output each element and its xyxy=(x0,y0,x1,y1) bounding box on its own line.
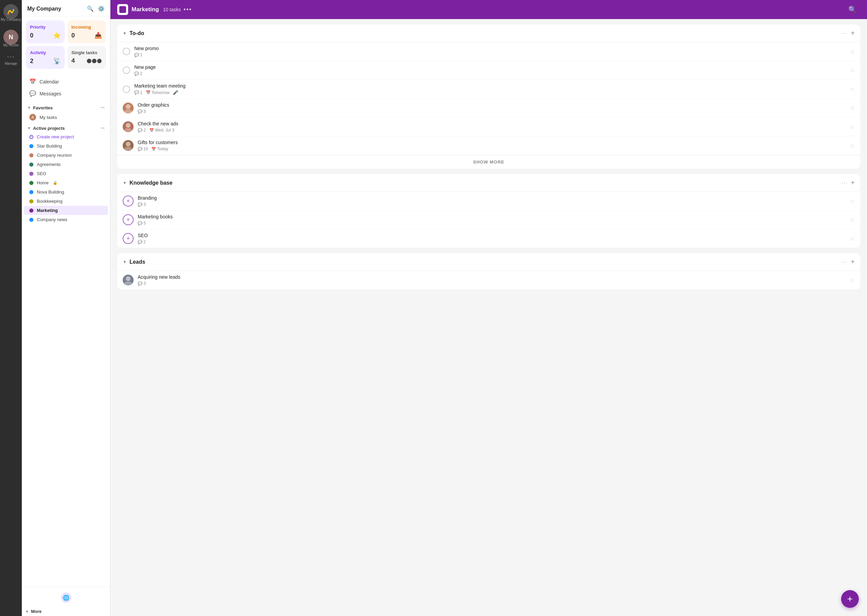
task-meta-branding: 💬 3 xyxy=(138,202,846,207)
task-star-branding[interactable]: ☆ xyxy=(850,198,855,204)
project-label-bookkeeping: Bookkeeping xyxy=(37,199,62,204)
task-checkbox-new-page[interactable] xyxy=(123,66,130,74)
priority-card[interactable]: Priority 0 ⭐ xyxy=(26,20,65,43)
sidebar-item-star-building[interactable]: Star Building xyxy=(24,141,108,151)
task-row-new-promo[interactable]: New promo 💬 1 ☆ xyxy=(117,42,860,61)
section-more-todo[interactable]: ··· xyxy=(842,30,848,36)
manage-button[interactable]: ··· Manage xyxy=(5,52,17,65)
single-tasks-card-count: 4 xyxy=(72,57,75,64)
sidebar-item-nova-building[interactable]: Nova Building xyxy=(24,187,108,196)
app-logo[interactable] xyxy=(3,4,19,19)
create-project-plus-icon: + xyxy=(29,135,33,139)
task-row-seo[interactable]: + SEO 💬 2 ☆ xyxy=(117,229,860,248)
active-projects-chevron[interactable]: ▼ xyxy=(27,126,31,130)
sidebar-nav: 📅 Calendar 💬 Messages xyxy=(22,73,110,102)
section-header-todo: ▼ To-do ··· + xyxy=(117,25,860,42)
task-star-gifts-customers[interactable]: ☆ xyxy=(850,142,855,149)
more-section[interactable]: ▼ More xyxy=(22,607,110,616)
incoming-card[interactable]: Incoming 0 📥 xyxy=(68,20,106,43)
topbar: Marketing 10 tasks ••• 🔍 xyxy=(110,0,867,19)
project-dot-star-building xyxy=(29,144,33,148)
section-collapse-knowledge-base[interactable]: ▼ xyxy=(123,181,127,185)
section-todo: ▼ To-do ··· + New promo 💬 1 ☆ New page 💬… xyxy=(117,25,860,169)
section-add-todo[interactable]: + xyxy=(851,29,855,37)
section-add-leads[interactable]: + xyxy=(851,258,855,266)
task-star-seo[interactable]: ☆ xyxy=(850,236,855,242)
task-checkbox-new-promo[interactable] xyxy=(123,48,130,55)
task-name-order-graphics: Order graphics xyxy=(138,102,846,108)
section-collapse-leads[interactable]: ▼ xyxy=(123,259,127,264)
task-comments-new-promo: 💬 1 xyxy=(134,52,142,57)
section-title-knowledge-base: Knowledge base xyxy=(129,180,842,186)
task-row-order-graphics[interactable]: Order graphics 💬 3 ☆ xyxy=(117,99,860,118)
fab-add-button[interactable]: + xyxy=(841,590,859,608)
sidebar-item-seo[interactable]: SEO xyxy=(24,169,108,178)
task-star-check-new-ads[interactable]: ☆ xyxy=(850,124,855,130)
svg-point-5 xyxy=(124,128,132,132)
section-collapse-todo[interactable]: ▼ xyxy=(123,31,127,36)
svg-point-7 xyxy=(124,147,132,151)
sidebar-item-messages[interactable]: 💬 Messages xyxy=(24,88,108,99)
sidebar-header: My Company 🔍 ⚙️ xyxy=(22,0,110,16)
show-more-todo[interactable]: SHOW MORE xyxy=(117,155,860,169)
task-star-order-graphics[interactable]: ☆ xyxy=(850,105,855,112)
sidebar-item-my-tasks[interactable]: A My tasks xyxy=(24,112,108,123)
task-meta-order-graphics: 💬 3 xyxy=(138,109,846,114)
task-avatar-plus-seo[interactable]: + xyxy=(123,233,134,244)
task-row-acquiring-new-leads[interactable]: Acquiring new leads 💬 3 ☆ xyxy=(117,271,860,289)
task-row-new-page[interactable]: New page 💬 2 ☆ xyxy=(117,61,860,80)
sidebar-item-company-reunion[interactable]: Company reunion xyxy=(24,151,108,160)
section-add-knowledge-base[interactable]: + xyxy=(851,179,855,187)
svg-point-4 xyxy=(126,123,131,128)
task-row-gifts-customers[interactable]: Gifts for customers 💬 10📅 Today ☆ xyxy=(117,136,860,155)
task-avatar-plus-marketing-books[interactable]: + xyxy=(123,214,134,225)
active-projects-label: Active projects xyxy=(33,126,65,131)
user-avatar[interactable]: N xyxy=(3,30,19,45)
favorites-chevron[interactable]: ▼ xyxy=(27,105,31,110)
activity-card[interactable]: Activity 2 📡 xyxy=(26,46,65,69)
project-dot-agreements xyxy=(29,162,33,167)
task-info-marketing-books: Marketing books 💬 5 xyxy=(138,214,846,226)
lock-icon: 🔒 xyxy=(53,181,58,185)
search-icon[interactable]: 🔍 xyxy=(87,5,94,12)
task-avatar-plus-branding[interactable]: + xyxy=(123,196,134,206)
task-star-new-page[interactable]: ☆ xyxy=(850,67,855,74)
task-star-marketing-books[interactable]: ☆ xyxy=(850,217,855,223)
create-project-label: Create new project xyxy=(37,134,74,139)
create-new-project-button[interactable]: + Create new project xyxy=(24,132,108,141)
task-star-marketing-team-meeting[interactable]: ☆ xyxy=(850,86,855,92)
sidebar-item-bookkeeping[interactable]: Bookkeeping xyxy=(24,196,108,206)
section-more-leads[interactable]: ··· xyxy=(842,259,848,265)
single-tasks-card[interactable]: Single tasks 4 ⚫⚫⚫ xyxy=(68,46,106,69)
section-more-knowledge-base[interactable]: ··· xyxy=(842,180,848,186)
sidebar-item-home[interactable]: Home 🔒 xyxy=(24,178,108,187)
fab-plus-icon: + xyxy=(847,594,853,604)
settings-icon[interactable]: ⚙️ xyxy=(98,5,105,12)
task-row-marketing-books[interactable]: + Marketing books 💬 5 ☆ xyxy=(117,211,860,229)
settings-circle-button[interactable]: 🌐 xyxy=(61,592,71,603)
sidebar-item-calendar[interactable]: 📅 Calendar xyxy=(24,75,108,88)
task-star-new-promo[interactable]: ☆ xyxy=(850,49,855,55)
task-checkbox-marketing-team-meeting[interactable] xyxy=(123,85,130,93)
project-label-nova-building: Nova Building xyxy=(37,189,64,195)
topbar-search-button[interactable]: 🔍 xyxy=(848,5,857,14)
topbar-more-button[interactable]: ••• xyxy=(183,6,192,13)
comment-icon: 💬 xyxy=(134,90,139,95)
task-meta-seo: 💬 2 xyxy=(138,239,846,244)
section-title-leads: Leads xyxy=(129,259,842,265)
task-date-check-new-ads: 📅 Wed, Jul 3 xyxy=(149,128,174,132)
favorites-more-button[interactable]: ··· xyxy=(101,105,105,110)
sidebar-item-company-news[interactable]: Company news xyxy=(24,215,108,224)
sidebar: My Company 🔍 ⚙️ Priority 0 ⭐ Incoming 0 … xyxy=(22,0,110,616)
project-dot-marketing xyxy=(29,209,33,212)
more-chevron[interactable]: ▼ xyxy=(25,610,29,614)
active-projects-more-button[interactable]: ··· xyxy=(101,126,105,131)
task-star-acquiring-new-leads[interactable]: ☆ xyxy=(850,277,855,283)
calendar-icon: 📅 xyxy=(149,128,154,132)
task-row-check-new-ads[interactable]: Check the new ads 💬 2📅 Wed, Jul 3 ☆ xyxy=(117,118,860,136)
task-row-branding[interactable]: + Branding 💬 3 ☆ xyxy=(117,192,860,211)
sidebar-item-agreements[interactable]: Agreements xyxy=(24,160,108,169)
sidebar-item-marketing[interactable]: Marketing xyxy=(24,206,108,215)
calendar-icon: 📅 xyxy=(146,90,151,95)
task-row-marketing-team-meeting[interactable]: Marketing team meeting 💬 1📅 Tomorrow🎤 ☆ xyxy=(117,80,860,99)
